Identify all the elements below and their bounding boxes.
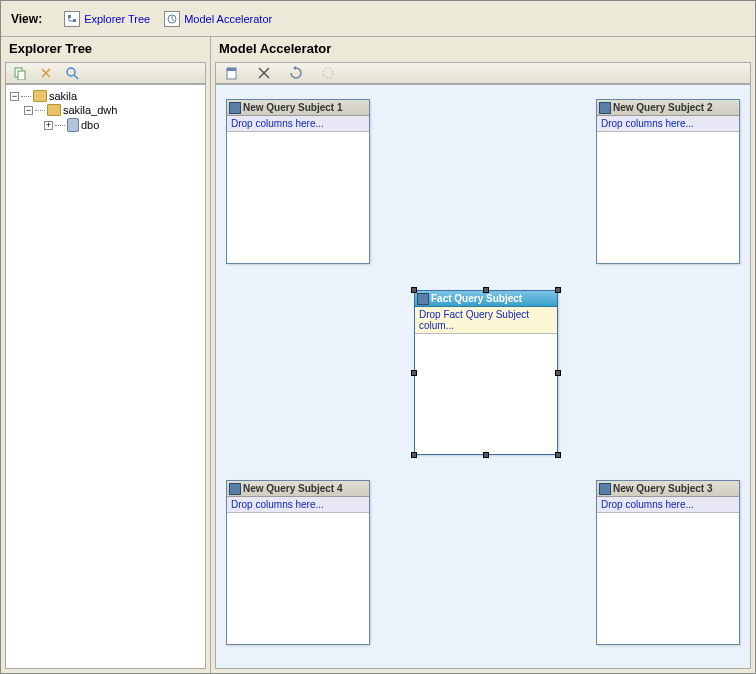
new-subject-icon[interactable] (224, 65, 240, 81)
database-icon (67, 118, 79, 132)
accelerator-title: Model Accelerator (211, 37, 755, 62)
drop-zone[interactable]: Drop columns here... (227, 116, 369, 132)
resize-handle[interactable] (555, 370, 561, 376)
accelerator-canvas[interactable]: New Query Subject 1 Drop columns here...… (215, 84, 751, 669)
query-subject-4[interactable]: New Query Subject 4 Drop columns here... (226, 480, 370, 645)
subject-title: New Query Subject 4 (243, 483, 342, 494)
tab-label: Explorer Tree (84, 13, 150, 25)
explorer-panel: Explorer Tree − sakila − sa (1, 37, 211, 673)
svg-rect-0 (68, 15, 71, 18)
svg-rect-8 (227, 68, 236, 71)
generate-icon[interactable] (320, 65, 336, 81)
query-subject-1[interactable]: New Query Subject 1 Drop columns here... (226, 99, 370, 264)
tree-label: sakila_dwh (63, 104, 117, 116)
subject-title: New Query Subject 2 (613, 102, 712, 113)
explorer-tree[interactable]: − sakila − sakila_dwh + dbo (5, 84, 206, 669)
drop-zone[interactable]: Drop columns here... (597, 497, 739, 513)
tree-label: sakila (49, 90, 77, 102)
accelerator-panel: Model Accelerator New Query Subject 1 (211, 37, 755, 673)
search-icon[interactable] (64, 65, 80, 81)
explorer-toolbar (5, 62, 206, 84)
accelerator-toolbar (215, 62, 751, 84)
resize-handle[interactable] (411, 452, 417, 458)
folder-icon (33, 90, 47, 102)
tree-connector (21, 96, 31, 97)
drop-zone[interactable]: Drop Fact Query Subject colum... (415, 307, 557, 334)
tree-node-dbo[interactable]: + dbo (10, 117, 201, 133)
fact-query-subject[interactable]: Fact Query Subject Drop Fact Query Subje… (414, 290, 558, 455)
subject-icon (599, 483, 611, 495)
query-subject-3[interactable]: New Query Subject 3 Drop columns here... (596, 480, 740, 645)
drop-zone[interactable]: Drop columns here... (597, 116, 739, 132)
resize-handle[interactable] (555, 452, 561, 458)
svg-line-6 (74, 75, 78, 79)
tab-explorer-tree[interactable]: Explorer Tree (64, 11, 150, 27)
subject-header[interactable]: New Query Subject 1 (227, 100, 369, 116)
svg-rect-4 (18, 71, 25, 80)
tree-connector (35, 110, 45, 111)
subject-header[interactable]: Fact Query Subject (415, 291, 557, 307)
svg-point-5 (67, 68, 75, 76)
copy-icon[interactable] (12, 65, 28, 81)
tree-connector (55, 125, 65, 126)
subject-icon (229, 102, 241, 114)
delete-icon[interactable] (256, 65, 272, 81)
view-label: View: (11, 12, 42, 26)
subject-title: Fact Query Subject (431, 293, 522, 304)
collapse-icon[interactable]: − (24, 106, 33, 115)
subject-icon (599, 102, 611, 114)
query-subject-2[interactable]: New Query Subject 2 Drop columns here... (596, 99, 740, 264)
drop-zone[interactable]: Drop columns here... (227, 497, 369, 513)
svg-rect-1 (73, 19, 76, 22)
refresh-icon[interactable] (288, 65, 304, 81)
tree-label: dbo (81, 119, 99, 131)
resize-handle[interactable] (555, 287, 561, 293)
link-icon[interactable] (38, 65, 54, 81)
subject-header[interactable]: New Query Subject 3 (597, 481, 739, 497)
subject-icon (417, 293, 429, 305)
expand-icon[interactable]: + (44, 121, 53, 130)
tree-node-sakila[interactable]: − sakila (10, 89, 201, 103)
resize-handle[interactable] (483, 452, 489, 458)
accelerator-icon (164, 11, 180, 27)
collapse-icon[interactable]: − (10, 92, 19, 101)
resize-handle[interactable] (483, 287, 489, 293)
tree-icon (64, 11, 80, 27)
tab-model-accelerator[interactable]: Model Accelerator (164, 11, 272, 27)
tab-label: Model Accelerator (184, 13, 272, 25)
svg-point-9 (323, 68, 333, 78)
tree-node-sakila-dwh[interactable]: − sakila_dwh (10, 103, 201, 117)
subject-title: New Query Subject 3 (613, 483, 712, 494)
resize-handle[interactable] (411, 370, 417, 376)
folder-icon (47, 104, 61, 116)
subject-header[interactable]: New Query Subject 2 (597, 100, 739, 116)
subject-icon (229, 483, 241, 495)
subject-title: New Query Subject 1 (243, 102, 342, 113)
explorer-title: Explorer Tree (1, 37, 210, 62)
subject-header[interactable]: New Query Subject 4 (227, 481, 369, 497)
resize-handle[interactable] (411, 287, 417, 293)
main-area: Explorer Tree − sakila − sa (1, 37, 755, 673)
view-bar: View: Explorer Tree Model Accelerator (1, 1, 755, 37)
